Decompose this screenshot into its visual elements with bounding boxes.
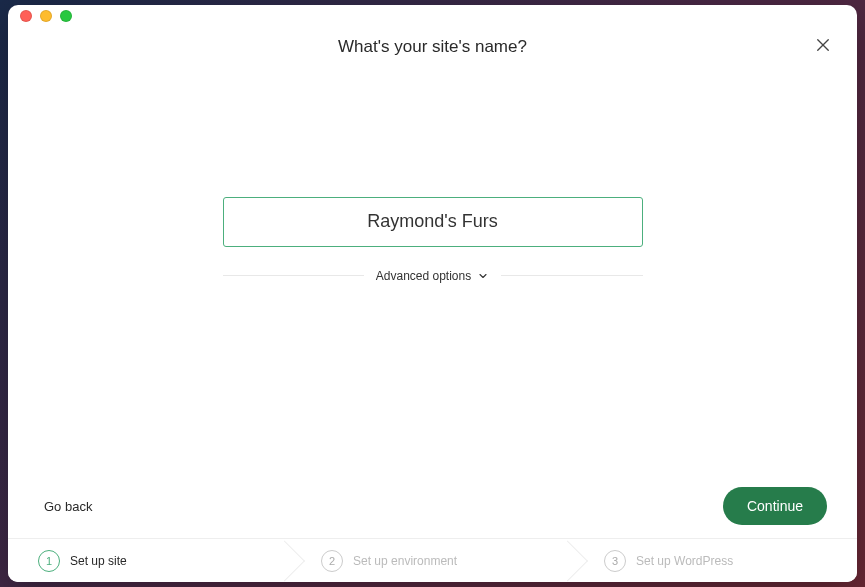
chevron-down-icon <box>477 270 489 282</box>
step-number: 1 <box>38 550 60 572</box>
app-window: What's your site's name? Advanced option… <box>8 5 857 582</box>
close-button[interactable] <box>811 33 835 57</box>
step-label: Set up WordPress <box>636 554 733 568</box>
page-title: What's your site's name? <box>32 37 833 57</box>
titlebar <box>8 5 857 27</box>
step-setup-site: 1 Set up site <box>8 550 291 572</box>
window-close-traffic-light[interactable] <box>20 10 32 22</box>
step-label: Set up environment <box>353 554 457 568</box>
step-setup-environment: 2 Set up environment <box>291 550 574 572</box>
step-label: Set up site <box>70 554 127 568</box>
advanced-options-label: Advanced options <box>376 269 471 283</box>
step-number: 3 <box>604 550 626 572</box>
window-minimize-traffic-light[interactable] <box>40 10 52 22</box>
header: What's your site's name? <box>8 27 857 57</box>
site-name-input[interactable] <box>223 197 643 247</box>
window-zoom-traffic-light[interactable] <box>60 10 72 22</box>
content-area: Advanced options <box>8 57 857 482</box>
footer: Go back Continue <box>8 482 857 538</box>
advanced-options-toggle[interactable]: Advanced options <box>364 269 501 283</box>
continue-button[interactable]: Continue <box>723 487 827 525</box>
advanced-row: Advanced options <box>223 269 643 283</box>
go-back-button[interactable]: Go back <box>44 499 92 514</box>
step-setup-wordpress: 3 Set up WordPress <box>574 550 857 572</box>
step-number: 2 <box>321 550 343 572</box>
close-icon <box>814 36 832 54</box>
stepper: 1 Set up site 2 Set up environment 3 Set… <box>8 538 857 582</box>
